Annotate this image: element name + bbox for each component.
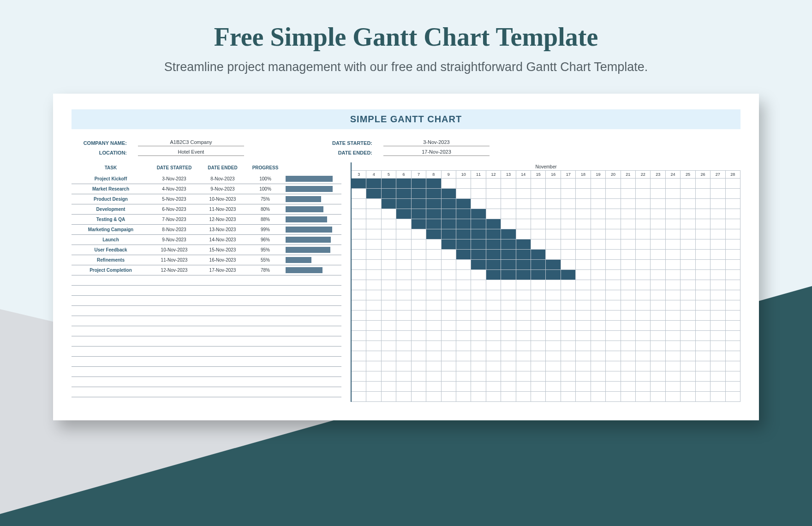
gantt-day: 13 [501, 171, 516, 179]
gantt-cell [442, 179, 456, 189]
table-row: Development6-Nov-202311-Nov-202380% [72, 204, 341, 215]
task-table: TASK DATE STARTED DATE ENDED PROGRESS Pr… [72, 162, 341, 402]
gantt-cell [486, 250, 501, 260]
gantt-cell [516, 270, 531, 280]
gantt-cell [382, 311, 396, 321]
gantt-day: 24 [666, 171, 681, 179]
gantt-cell [516, 189, 531, 199]
gantt-cell [651, 229, 665, 239]
gantt-cell [666, 351, 681, 361]
gantt-cell [426, 361, 441, 371]
gantt-cell [412, 189, 426, 199]
gantt-cell [426, 371, 441, 382]
gantt-chart: November 3456789101112131415161718192021… [351, 162, 740, 402]
gantt-cell [576, 331, 591, 341]
task-progress-pct: 80% [247, 207, 284, 212]
gantt-day: 14 [516, 171, 531, 179]
gantt-cell [621, 382, 636, 392]
gantt-cell [591, 361, 606, 371]
task-start: 12-Nov-2023 [150, 268, 198, 273]
task-start: 6-Nov-2023 [150, 207, 198, 212]
gantt-cell [636, 290, 651, 300]
gantt-cell [636, 270, 651, 280]
gantt-row [352, 290, 740, 300]
gantt-cell [546, 321, 561, 331]
task-start: 3-Nov-2023 [150, 176, 198, 181]
gantt-cell [516, 199, 531, 209]
gantt-cell [696, 341, 710, 351]
gantt-cell [531, 209, 546, 219]
gantt-cell [696, 270, 710, 280]
gantt-cell [442, 311, 456, 321]
gantt-cell [442, 250, 456, 260]
gantt-cell [531, 382, 546, 392]
gantt-cell [651, 361, 665, 371]
gantt-cell [576, 229, 591, 239]
gantt-cell [576, 219, 591, 229]
gantt-cell [442, 219, 456, 229]
page-title: Free Simple Gantt Chart Template [0, 22, 812, 52]
gantt-cell [726, 209, 740, 219]
gantt-cell [621, 239, 636, 250]
gantt-cell [681, 300, 695, 311]
gantt-cell [681, 382, 695, 392]
gantt-cell [442, 361, 456, 371]
gantt-cell [726, 290, 740, 300]
gantt-cell [696, 189, 710, 199]
gantt-cell [382, 361, 396, 371]
gantt-cell [621, 199, 636, 209]
gantt-cell [726, 189, 740, 199]
task-end: 14-Nov-2023 [198, 237, 247, 242]
gantt-cell [710, 189, 725, 199]
gantt-cell [471, 290, 486, 300]
gantt-cell [471, 371, 486, 382]
gantt-cell [681, 361, 695, 371]
gantt-cell [426, 280, 441, 290]
gantt-cell [456, 290, 471, 300]
task-progress-pct: 75% [247, 197, 284, 202]
gantt-cell [696, 351, 710, 361]
gantt-cell [471, 189, 486, 199]
gantt-cell [666, 382, 681, 392]
gantt-cell [651, 270, 665, 280]
gantt-cell [576, 290, 591, 300]
gantt-row [352, 229, 740, 239]
gantt-cell [456, 199, 471, 209]
gantt-cell [442, 260, 456, 270]
gantt-cell [546, 361, 561, 371]
meta-label-company: COMPANY NAME: [72, 140, 127, 146]
gantt-cell [681, 290, 695, 300]
gantt-day: 16 [546, 171, 561, 179]
gantt-cell [651, 179, 665, 189]
gantt-cell [352, 351, 366, 361]
gantt-cell [531, 341, 546, 351]
card-banner: SIMPLE GANTT CHART [72, 109, 740, 129]
gantt-cell [591, 260, 606, 270]
gantt-cell [666, 300, 681, 311]
gantt-cell [442, 189, 456, 199]
gantt-cell [546, 290, 561, 300]
gantt-cell [681, 239, 695, 250]
gantt-cell [531, 331, 546, 341]
gantt-cell [726, 331, 740, 341]
gantt-cell [471, 239, 486, 250]
gantt-cell [591, 250, 606, 260]
table-row [72, 347, 341, 357]
table-row: Project Completion12-Nov-202317-Nov-2023… [72, 265, 341, 275]
gantt-cell [696, 392, 710, 402]
gantt-cell [606, 392, 621, 402]
gantt-cell [546, 311, 561, 321]
gantt-row [352, 321, 740, 331]
gantt-cell [531, 270, 546, 280]
col-task: TASK [72, 162, 150, 174]
task-name: User Feedback [72, 247, 150, 252]
gantt-cell [516, 392, 531, 402]
gantt-cell [352, 321, 366, 331]
gantt-cell [352, 270, 366, 280]
gantt-cell [696, 331, 710, 341]
gantt-day: 27 [710, 171, 725, 179]
gantt-cell [651, 351, 665, 361]
gantt-cell [396, 382, 411, 392]
gantt-cell [516, 321, 531, 331]
gantt-cell [621, 290, 636, 300]
